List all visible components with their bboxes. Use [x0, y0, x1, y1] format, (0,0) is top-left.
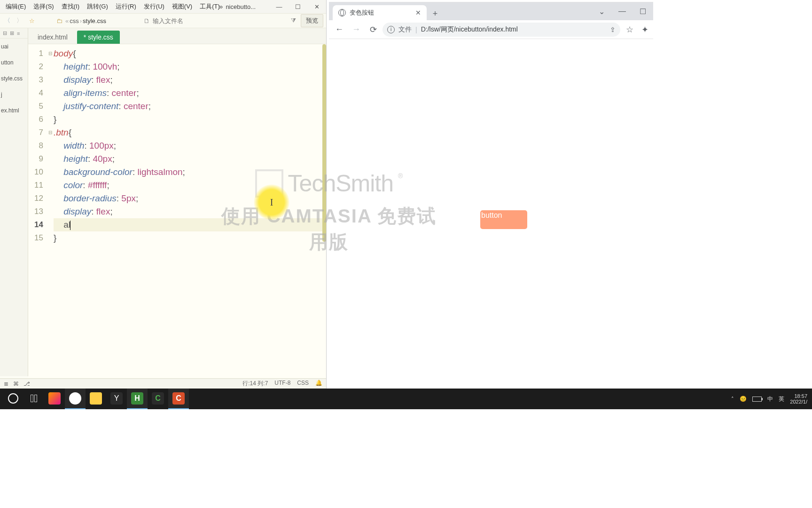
system-tray: ˄ 😐 中 英 18:57 2022/1/: [731, 393, 809, 405]
code-line[interactable]: display: flex;: [54, 205, 326, 218]
browser-minimize-button[interactable]: —: [612, 2, 632, 20]
globe-icon: [338, 9, 346, 16]
favorite-icon[interactable]: ☆: [29, 17, 35, 24]
menu-find[interactable]: 查找(I): [58, 0, 83, 13]
nav-back-icon[interactable]: 〈: [2, 16, 12, 26]
menu-select[interactable]: 选择(S): [30, 0, 57, 13]
status-encoding[interactable]: UTF-8: [274, 380, 290, 388]
editor-window-title: nicebutto...: [226, 3, 270, 10]
code-line[interactable]: width: 100px;: [54, 139, 326, 152]
taskbar-camtasia-rec[interactable]: C: [168, 389, 189, 409]
new-file-icon[interactable]: 🗋: [144, 17, 150, 24]
status-language[interactable]: CSS: [297, 380, 309, 388]
code-line[interactable]: .btn{: [54, 126, 326, 139]
tray-network-icon[interactable]: 😐: [740, 396, 747, 402]
taskbar-hbuilder[interactable]: H: [127, 389, 148, 409]
code-area[interactable]: body{ height: 100vh; display: flex; alig…: [54, 44, 326, 378]
sidebar-collapse-icon[interactable]: ⊟: [3, 30, 7, 36]
menu-goto[interactable]: 跳转(G): [83, 0, 112, 13]
camtasia-rec-icon: C: [172, 392, 185, 405]
tab-close-icon[interactable]: ✕: [415, 9, 421, 16]
browser-reload-button[interactable]: ⟳: [366, 22, 381, 37]
taskbar-firefox[interactable]: [44, 389, 65, 409]
sidebar-expand-icon[interactable]: ⊞: [10, 30, 14, 36]
editor-window: 编辑(E) 选择(S) 查找(I) 跳转(G) 运行(R) 发行(U) 视图(V…: [0, 0, 327, 389]
code-line[interactable]: color: #ffffff;: [54, 179, 326, 192]
vertical-scrollbar-thumb[interactable]: [322, 44, 326, 242]
editor-close-button[interactable]: ✕: [307, 0, 326, 13]
sidebar-file[interactable]: j: [0, 87, 28, 103]
breadcrumb-sep-2: ›: [80, 17, 82, 24]
task-view-icon: [31, 395, 37, 402]
tray-battery-icon[interactable]: [752, 397, 762, 402]
tab-overflow-icon[interactable]: »: [217, 3, 226, 10]
breadcrumb-file[interactable]: style.css: [83, 17, 106, 24]
task-view-button[interactable]: [23, 389, 44, 409]
code-line[interactable]: al: [54, 218, 326, 231]
code-line[interactable]: body{: [54, 47, 326, 60]
code-line[interactable]: }: [54, 113, 326, 126]
tray-ime-lang[interactable]: 中: [767, 395, 773, 403]
editor-file-tabs: index.html * style.css: [28, 28, 326, 44]
code-line[interactable]: border-radius: 5px;: [54, 192, 326, 205]
code-line[interactable]: justify-content: center;: [54, 100, 326, 113]
breadcrumb-folder[interactable]: css: [70, 17, 79, 24]
taskbar-explorer[interactable]: [86, 389, 106, 409]
taskbar-camtasia-editor[interactable]: C: [148, 389, 168, 409]
browser-forward-button[interactable]: →: [349, 22, 364, 37]
status-bell-icon[interactable]: 🔔: [315, 380, 322, 388]
share-icon[interactable]: ⇪: [610, 26, 616, 33]
menu-publish[interactable]: 发行(U): [140, 0, 168, 13]
statusbar-branch-icon[interactable]: ⎇: [23, 381, 30, 387]
new-tab-button[interactable]: +: [429, 7, 442, 20]
browser-maximize-button[interactable]: ☐: [632, 2, 653, 20]
browser-viewport: button: [329, 39, 653, 389]
bookmark-star-icon[interactable]: ☆: [622, 24, 637, 35]
new-file-input[interactable]: [153, 17, 286, 24]
file-explorer-icon: [90, 392, 102, 405]
preview-button[interactable]: 预览: [301, 14, 323, 27]
tab-index-html[interactable]: index.html: [31, 31, 74, 44]
tab-style-css[interactable]: * style.css: [77, 31, 120, 44]
code-line[interactable]: display: flex;: [54, 73, 326, 87]
windows-taskbar: Y H C C ˄ 😐 中 英 18:57 2022/1/: [0, 389, 812, 409]
tray-overflow-icon[interactable]: ˄: [731, 396, 734, 402]
nav-forward-icon[interactable]: 〉: [14, 16, 24, 26]
cortana-button[interactable]: [3, 389, 23, 409]
menu-edit[interactable]: 编辑(E): [2, 0, 30, 13]
sidebar-file[interactable]: ex.html: [0, 103, 28, 119]
camtasia-editor-icon: C: [152, 392, 164, 405]
app-y-icon: Y: [110, 392, 123, 405]
site-info-icon[interactable]: i: [387, 26, 395, 33]
menu-run[interactable]: 运行(R): [112, 0, 140, 13]
demo-button[interactable]: button: [480, 210, 527, 229]
browser-back-button[interactable]: ←: [332, 22, 347, 37]
code-line[interactable]: }: [54, 231, 326, 245]
hbuilder-icon: H: [131, 392, 143, 405]
tray-clock[interactable]: 18:57 2022/1/: [790, 393, 807, 405]
tray-ime-mode[interactable]: 英: [779, 395, 784, 403]
sidebar-toolbar: ⊟ ⊞ ≡: [0, 28, 28, 39]
code-line[interactable]: align-items: center;: [54, 87, 326, 100]
addr-separator: |: [415, 26, 417, 33]
browser-tab[interactable]: 变色按钮 ✕: [333, 5, 427, 20]
sidebar-file[interactable]: utton: [0, 55, 28, 71]
editor-minimize-button[interactable]: —: [270, 0, 289, 13]
code-line[interactable]: height: 100vh;: [54, 60, 326, 73]
address-bar[interactable]: i 文件 | D:/lsw/网页/nicebutton/index.html ⇪: [383, 23, 620, 37]
code-line[interactable]: height: 40px;: [54, 152, 326, 166]
sidebar-file[interactable]: uai: [0, 39, 28, 55]
code-line[interactable]: background-color: lightsalmon;: [54, 166, 326, 179]
sidebar-file[interactable]: style.css: [0, 71, 28, 87]
browser-window-buttons: ⌄ — ☐: [591, 2, 653, 20]
taskbar-app-y[interactable]: Y: [106, 389, 127, 409]
editor-maximize-button[interactable]: ☐: [289, 0, 307, 13]
statusbar-outline-icon[interactable]: ≣: [4, 381, 8, 387]
statusbar-terminal-icon[interactable]: ⌘: [13, 381, 19, 387]
filter-icon[interactable]: ⧩: [291, 17, 296, 24]
browser-dropdown-icon[interactable]: ⌄: [591, 2, 612, 20]
sidebar-sync-icon[interactable]: ≡: [17, 31, 20, 36]
menu-view[interactable]: 视图(V): [168, 0, 196, 13]
extensions-icon[interactable]: ✦: [639, 24, 650, 35]
taskbar-chrome[interactable]: [65, 389, 86, 409]
